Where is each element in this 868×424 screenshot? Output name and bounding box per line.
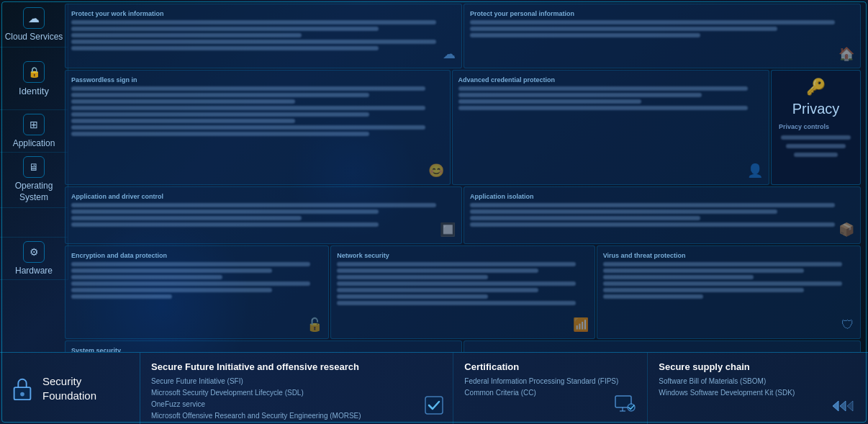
application-icon: ⊞ [23, 114, 45, 135]
sfi-section: Secure Future Initiative and offensive r… [140, 353, 453, 424]
encryption-cell[interactable]: Encryption and data protection 🔓 [65, 245, 329, 339]
category-hardware: ⚙ Hardware [0, 238, 68, 280]
double-arrow-icon [831, 399, 857, 417]
application-label: Application [13, 138, 55, 148]
svg-rect-2 [425, 397, 443, 414]
sfi-item-2: Microsoft Security Development Lifecycle… [151, 387, 442, 399]
encryption-icon: 🔓 [307, 317, 322, 333]
encryption-title: Encryption and data protection [71, 252, 322, 259]
cloud-personal-cell[interactable]: Protect your personal information 🏠 [464, 4, 861, 68]
main-background: ☁ Cloud Services 🔒 Identity ⊞ Applicatio… [0, 0, 868, 352]
cloud-work-cell[interactable]: Protect your work information ☁ [65, 4, 462, 68]
os-label: OperatingSystem [15, 181, 53, 203]
category-identity: 🔒 Identity [0, 48, 68, 111]
system-security-cell[interactable]: System security [65, 340, 462, 352]
app-isolation-icon: 📦 [838, 222, 854, 238]
app-isolation-title: Application isolation [470, 193, 854, 200]
category-os-extra [0, 208, 68, 238]
os-icon: 🖥 [23, 156, 45, 178]
credential-icon: 👤 [747, 163, 763, 179]
sfi-item-4: Microsoft Offensive Research and Securit… [151, 410, 442, 422]
passwordless-cell[interactable]: Passwordless sign in 😊 [65, 70, 451, 185]
cloud-label: Cloud Services [5, 32, 63, 43]
cloud-personal-icon: 🏠 [838, 46, 854, 62]
cert-title: Certification [464, 361, 636, 372]
supply-chain-section: Secure supply chain Software Bill of Mat… [648, 353, 868, 424]
virus-threat-cell[interactable]: Virus and threat protection 🛡 [597, 245, 861, 339]
cloud-work-title: Protect your work information [71, 10, 456, 17]
app-driver-cell[interactable]: Application and driver control 🔲 [65, 186, 462, 244]
advanced-credential-title: Advanced credential protection [458, 76, 763, 84]
advanced-credential-cell[interactable]: Advanced credential protection 👤 [452, 70, 769, 185]
footer-bar: Security Foundation Secure Future Initia… [0, 352, 868, 424]
sfi-item-3: OneFuzz service [151, 399, 442, 410]
network-icon: 📶 [573, 317, 589, 333]
privacy-panel: 🔑 Privacy Privacy controls [771, 70, 861, 185]
svg-point-1 [20, 392, 24, 396]
cert-item-1: Federal Information Processing Standard … [464, 376, 636, 387]
passwordless-title: Passwordless sign in [71, 76, 444, 84]
cloud-row: Protect your work information ☁ Protect … [65, 4, 861, 68]
os-extra-cell[interactable]: 🔲 [464, 340, 861, 352]
sf-text: Security Foundation [42, 374, 96, 402]
identity-icon: 🔒 [23, 61, 45, 83]
security-foundation-section: Security Foundation [0, 353, 140, 424]
cloud-icon: ☁ [23, 7, 45, 29]
app-isolation-cell[interactable]: Application isolation 📦 [464, 186, 861, 244]
identity-row: Passwordless sign in 😊 Advanced credenti… [65, 70, 861, 185]
category-application: ⊞ Application [0, 110, 68, 153]
application-row: Application and driver control 🔲 Applica… [65, 186, 861, 244]
certification-icon [615, 395, 636, 417]
app-driver-title: Application and driver control [71, 193, 456, 200]
system-security-title: System security [71, 347, 456, 352]
content-grid: Protect your work information ☁ Protect … [65, 4, 861, 352]
identity-label: Identity [19, 86, 49, 96]
privacy-icon: 🔑 [806, 78, 826, 96]
cert-item-2: Common Criteria (CC) [464, 387, 636, 399]
category-cloud: ☁ Cloud Services [0, 4, 68, 48]
network-security-title: Network security [337, 252, 588, 259]
cloud-personal-title: Protect your personal information [470, 10, 854, 17]
passwordless-icon: 😊 [428, 163, 444, 179]
network-security-cell[interactable]: Network security 📶 [330, 245, 595, 339]
supply-chain-item-1: Software Bill of Materials (SBOM) [659, 376, 857, 387]
cloud-work-icon: ☁ [443, 46, 456, 62]
lock-icon [11, 376, 34, 402]
category-os: 🖥 OperatingSystem [0, 153, 68, 207]
sfi-title: Secure Future Initiative and offensive r… [151, 361, 442, 372]
category-labels: ☁ Cloud Services 🔒 Identity ⊞ Applicatio… [0, 4, 68, 280]
app-driver-icon: 🔲 [440, 222, 456, 238]
virus-threat-title: Virus and threat protection [603, 252, 854, 259]
virus-icon: 🛡 [841, 317, 854, 333]
supply-chain-title: Secure supply chain [659, 361, 857, 372]
privacy-controls-title: Privacy controls [779, 123, 829, 130]
sfi-item-1: Secure Future Initiative (SFI) [151, 376, 442, 387]
hardware-label: Hardware [15, 266, 53, 276]
os-system-row: System security 🔲 [65, 340, 861, 352]
privacy-title: Privacy [792, 101, 840, 117]
os-row: Encryption and data protection 🔓 Network… [65, 245, 861, 339]
hardware-icon: ⚙ [23, 241, 45, 263]
checkmark-icon [424, 395, 444, 418]
certification-section: Certification Federal Information Proces… [453, 353, 648, 424]
supply-chain-item-2: Windows Software Development Kit (SDK) [659, 387, 857, 399]
